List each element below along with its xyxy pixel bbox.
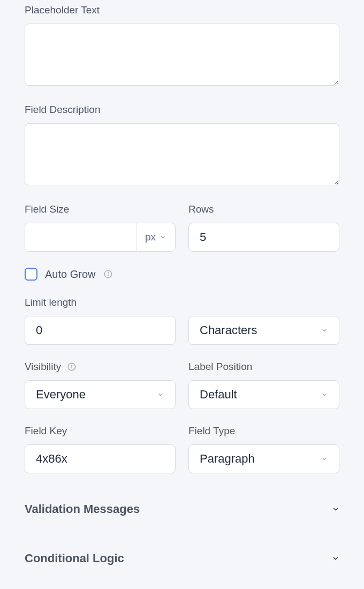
field-size-group: Field Size px: [25, 203, 176, 252]
limit-length-input[interactable]: [36, 323, 164, 337]
chevron-down-icon: [321, 327, 328, 334]
svg-point-2: [108, 273, 109, 273]
label-position-value: Default: [200, 388, 237, 402]
rows-label: Rows: [188, 203, 214, 215]
field-key-label: Field Key: [25, 425, 67, 437]
visibility-label: Visibility: [25, 361, 61, 373]
auto-grow-checkbox[interactable]: [25, 268, 37, 281]
field-type-group: Field Type Paragraph: [188, 425, 339, 473]
limit-unit-value: Characters: [200, 323, 257, 337]
conditional-logic-section[interactable]: Conditional Logic: [25, 539, 339, 578]
field-type-select[interactable]: Paragraph: [188, 444, 339, 473]
field-size-label: Field Size: [25, 203, 69, 215]
visibility-select[interactable]: Everyone: [25, 380, 176, 409]
label-position-group: Label Position Default: [188, 361, 339, 409]
rows-input[interactable]: [200, 230, 328, 244]
field-description-label: Field Description: [25, 104, 101, 116]
auto-grow-row: Auto Grow: [25, 268, 339, 281]
field-key-group: Field Key: [25, 425, 176, 473]
field-type-label: Field Type: [188, 425, 235, 437]
chevron-down-icon: [332, 505, 339, 513]
limit-unit-select[interactable]: Characters: [188, 316, 339, 345]
placeholder-text-input[interactable]: [25, 24, 339, 86]
validation-messages-title: Validation Messages: [25, 502, 140, 516]
placeholder-text-label: Placeholder Text: [25, 4, 100, 16]
conditional-logic-title: Conditional Logic: [25, 552, 124, 565]
chevron-down-icon: [159, 233, 166, 241]
placeholder-text-group: Placeholder Text: [25, 4, 339, 88]
chevron-down-icon: [321, 391, 328, 398]
size-unit-value: px: [145, 231, 156, 243]
chevron-down-icon: [321, 455, 328, 463]
label-position-select[interactable]: Default: [188, 380, 339, 409]
field-description-group: Field Description: [25, 104, 339, 187]
chevron-down-icon: [157, 391, 164, 398]
validation-messages-section[interactable]: Validation Messages: [25, 489, 339, 529]
field-key-input[interactable]: [36, 452, 164, 466]
field-description-input[interactable]: [25, 123, 339, 185]
field-size-input[interactable]: [25, 223, 136, 251]
svg-point-5: [72, 365, 72, 366]
visibility-group: Visibility Everyone: [25, 361, 176, 409]
auto-grow-label: Auto Grow: [45, 268, 95, 281]
size-unit-select[interactable]: px: [136, 223, 175, 251]
visibility-value: Everyone: [36, 388, 86, 402]
label-position-label: Label Position: [188, 361, 252, 373]
chevron-down-icon: [332, 555, 339, 562]
rows-group: Rows: [188, 203, 339, 252]
info-icon[interactable]: [66, 361, 77, 372]
field-type-value: Paragraph: [200, 452, 255, 466]
limit-length-label: Limit length: [25, 297, 77, 308]
info-icon[interactable]: [103, 269, 113, 280]
